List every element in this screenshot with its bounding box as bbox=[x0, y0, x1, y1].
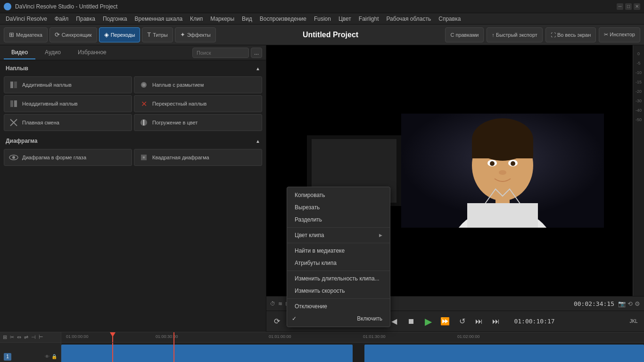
fullscreen-icon: ⛶ bbox=[551, 32, 556, 38]
menu-view[interactable]: Вид bbox=[238, 13, 256, 24]
transition-square-iris[interactable]: Квадратная диафрагма bbox=[134, 149, 262, 166]
effects-button[interactable]: ✦ Эффекты bbox=[175, 27, 216, 42]
slip-icon[interactable]: ⇔ bbox=[17, 334, 21, 340]
ripple-icon[interactable]: ⊞ bbox=[3, 334, 7, 340]
sync-button[interactable]: ⟳ Синхроящик bbox=[50, 27, 97, 42]
tab-video[interactable]: Видео bbox=[4, 46, 35, 59]
more-options-button[interactable]: ... bbox=[251, 48, 262, 58]
preview-ruler: 0 -5 -10 -15 -20 -30 -40 -50 bbox=[633, 45, 644, 296]
loop-button[interactable]: ↺ bbox=[455, 315, 469, 328]
tab-audio[interactable]: Аудио bbox=[37, 46, 68, 59]
overlay-section-header[interactable]: Наплыв ▲ bbox=[2, 62, 264, 74]
gap-icon[interactable]: ⊢ bbox=[39, 334, 43, 340]
ctx-enable[interactable]: Включить bbox=[287, 313, 390, 325]
menu-fairlight[interactable]: Fairlight bbox=[355, 13, 383, 24]
camera-icon[interactable]: 📷 bbox=[618, 300, 626, 307]
frame-forward-button[interactable]: ⏭ bbox=[489, 315, 503, 328]
menu-davinci[interactable]: DaVinci Resolve bbox=[2, 13, 51, 24]
transform-icon[interactable]: ⟲ bbox=[627, 300, 633, 307]
fullscreen-button[interactable]: ⛶ Во весь экран bbox=[545, 27, 596, 42]
transition-eye-iris[interactable]: Диафрагма в форме глаза bbox=[4, 149, 132, 166]
context-menu: Копировать Вырезать Разделить Цвет клипа… bbox=[287, 187, 390, 327]
go-to-end-button[interactable]: ⏭ bbox=[472, 315, 486, 328]
toolbar: ⊞ Медиатека ⟳ Синхроящик ◈ Переходы T Ти… bbox=[0, 25, 644, 45]
menu-edit[interactable]: Правка bbox=[72, 13, 99, 24]
iris-arrow-icon: ▲ bbox=[256, 139, 260, 144]
svg-point-11 bbox=[12, 156, 15, 159]
menu-fusion[interactable]: Fusion bbox=[310, 13, 335, 24]
ruler-time-1: 01:00:00:00 bbox=[66, 334, 89, 339]
titles-button[interactable]: T Титры bbox=[142, 27, 173, 42]
transport-icon-btn[interactable]: ⟳ bbox=[270, 315, 283, 328]
menu-workspace[interactable]: Рабочая область bbox=[383, 13, 435, 24]
blade-icon[interactable]: ✂ bbox=[10, 334, 14, 340]
with-refs-button[interactable]: С правками bbox=[445, 27, 484, 42]
minimize-button[interactable]: ─ bbox=[617, 3, 623, 10]
track-vis-icon[interactable]: 👁 bbox=[45, 354, 50, 359]
transitions-button[interactable]: ◈ Переходы bbox=[99, 27, 140, 42]
menu-playback[interactable]: Воспроизведение bbox=[256, 13, 310, 24]
search-input[interactable] bbox=[192, 48, 249, 58]
ctx-change-duration[interactable]: Изменить длительность клипа... bbox=[287, 272, 390, 285]
timecode-icon: ⏱ bbox=[270, 301, 275, 306]
additive-label: Аддитивный наплыв bbox=[22, 82, 72, 88]
square-iris-label: Квадратная диафрагма bbox=[152, 155, 209, 160]
track-v1 bbox=[61, 343, 644, 362]
ctx-copy[interactable]: Копировать bbox=[287, 189, 390, 201]
razor-icon[interactable]: ⊣ bbox=[31, 334, 36, 340]
playhead-timecode: 01:00:10:17 bbox=[514, 318, 554, 325]
transition-blur[interactable]: Наплыв с размытием bbox=[134, 76, 262, 93]
maximize-button[interactable]: □ bbox=[625, 3, 632, 10]
track-num-v1: 1 bbox=[4, 353, 11, 361]
fast-forward-button[interactable]: ⏩ bbox=[438, 315, 452, 328]
ctx-clip-attr[interactable]: Атрибуты клипа bbox=[287, 257, 390, 269]
quick-export-button[interactable]: ↑ Быстрый экспорт bbox=[487, 27, 543, 42]
ruler-50: -50 bbox=[636, 115, 642, 124]
eye-iris-label: Диафрагма в форме глаза bbox=[22, 155, 86, 160]
ruler-time-3: 01:01:00:00 bbox=[269, 334, 291, 339]
ctx-cut[interactable]: Вырезать bbox=[287, 201, 390, 214]
video-clip-1[interactable] bbox=[61, 345, 353, 362]
settings-icon2[interactable]: ⚙ bbox=[635, 300, 640, 307]
track-lock-icon[interactable]: 🔒 bbox=[51, 354, 57, 359]
ctx-disable[interactable]: Отключение bbox=[287, 300, 390, 313]
square-iris-icon bbox=[139, 153, 149, 162]
inspector-button[interactable]: ✂ Инспектор bbox=[599, 27, 640, 42]
menu-timeline[interactable]: Временная шкала bbox=[131, 13, 187, 24]
iris-transitions-grid: Диафрагма в форме глаза Квадратная диафр… bbox=[2, 147, 264, 170]
additive-icon bbox=[9, 80, 18, 90]
menu-help[interactable]: Справка bbox=[435, 13, 464, 24]
ctx-split[interactable]: Разделить bbox=[287, 214, 390, 226]
play-button[interactable]: ▶ bbox=[421, 315, 435, 328]
close-button[interactable]: ✕ bbox=[634, 3, 640, 10]
video-clip-2[interactable] bbox=[364, 345, 644, 362]
ctx-find-media[interactable]: Найти в медиатеке bbox=[287, 245, 390, 257]
media-library-button[interactable]: ⊞ Медиатека bbox=[4, 27, 48, 42]
transition-smooth[interactable]: Плавная смена bbox=[4, 114, 132, 131]
overlay-transitions-grid: Аддитивный наплыв Наплыв с размытием Неа… bbox=[2, 74, 264, 135]
transition-cross[interactable]: ✕ Перекрестный наплыв bbox=[134, 95, 262, 112]
titlebar: DaVinci Resolve Studio - Untitled Projec… bbox=[0, 0, 644, 13]
svg-rect-4 bbox=[10, 100, 13, 107]
ctx-clip-color[interactable]: Цвет клипа bbox=[287, 229, 390, 241]
svg-rect-13 bbox=[143, 156, 145, 158]
non-additive-label: Неаддитивный наплыв bbox=[22, 101, 78, 107]
slide-icon[interactable]: ⇌ bbox=[24, 334, 28, 340]
stop-button[interactable]: ⏹ bbox=[405, 315, 418, 328]
timeline-track-labels: ⊞ ✂ ⇔ ⇌ ⊣ ⊢ 1 👁 🔒 1 🔊 ● □ bbox=[0, 332, 61, 362]
menu-clip[interactable]: Клип bbox=[186, 13, 206, 24]
jkl-icon[interactable]: JKL bbox=[627, 315, 640, 328]
iris-section-header[interactable]: Диафрагма ▲ bbox=[2, 135, 264, 147]
transition-additive[interactable]: Аддитивный наплыв bbox=[4, 76, 132, 93]
menu-trim[interactable]: Подгонка bbox=[99, 13, 131, 24]
title-text: DaVinci Resolve Studio - Untitled Projec… bbox=[15, 3, 613, 10]
transition-non-additive[interactable]: Неаддитивный наплыв bbox=[4, 95, 132, 112]
ruler-10: -10 bbox=[636, 68, 642, 77]
menu-file[interactable]: Файл bbox=[51, 13, 73, 24]
tab-favorites[interactable]: Избранное bbox=[70, 46, 114, 59]
ctx-change-speed[interactable]: Изменить скорость bbox=[287, 285, 390, 297]
ctx-sep-2 bbox=[287, 243, 390, 243]
menu-color[interactable]: Цвет bbox=[335, 13, 355, 24]
transition-dip-color[interactable]: Погружение в цвет bbox=[134, 114, 262, 131]
menu-markers[interactable]: Маркеры bbox=[206, 13, 238, 24]
